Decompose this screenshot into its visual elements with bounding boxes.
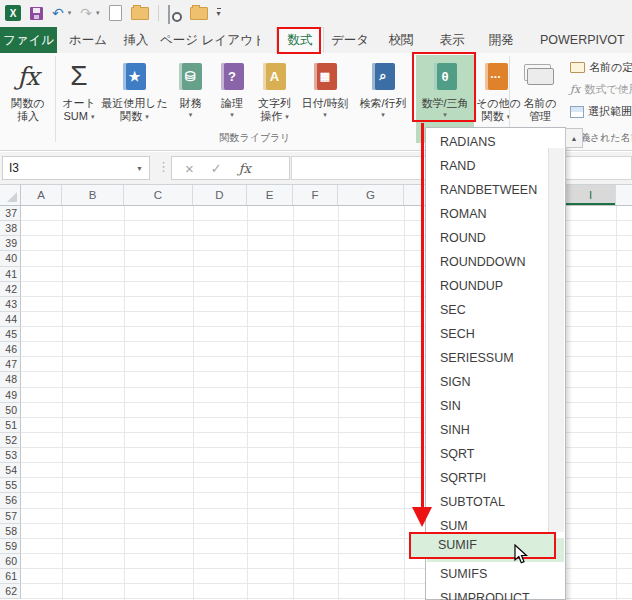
- dropdown-item-subtotal[interactable]: SUBTOTAL: [427, 490, 564, 514]
- tab-view[interactable]: 表示: [432, 27, 472, 53]
- recently-used-button[interactable]: ★最近使用した関数▾: [101, 55, 168, 143]
- row-header-57[interactable]: 57: [0, 509, 21, 524]
- row-header-51[interactable]: 51: [0, 418, 21, 433]
- text-button[interactable]: A文字列操作▾: [251, 55, 298, 143]
- row-header-59[interactable]: 59: [0, 539, 21, 554]
- row-header-46[interactable]: 46: [0, 342, 21, 357]
- dropdown-item-rounddown[interactable]: ROUNDDOWN: [427, 250, 564, 274]
- row-header-41[interactable]: 41: [0, 267, 21, 282]
- tab-data[interactable]: データ: [328, 27, 372, 53]
- column-header-c[interactable]: C: [124, 185, 193, 205]
- date-time-button[interactable]: ▦日付/時刻▾: [299, 55, 351, 143]
- tab-review[interactable]: 校閲: [380, 27, 422, 53]
- tab-home[interactable]: ホーム: [66, 27, 110, 53]
- row-header-49[interactable]: 49: [0, 388, 21, 403]
- redo-caret-icon: ▾: [96, 9, 100, 17]
- row-header-42[interactable]: 42: [0, 282, 21, 297]
- sumif-highlighted-label: SUMIF: [438, 538, 477, 552]
- dropdown-item-rand[interactable]: RAND: [427, 154, 564, 178]
- customize-toolbar-icon[interactable]: ▾: [217, 8, 221, 18]
- row-header-40[interactable]: 40: [0, 251, 21, 266]
- formula-bar-grip-icon[interactable]: ⋮: [157, 159, 170, 174]
- logical-button[interactable]: ?論理▾: [213, 55, 251, 143]
- tab-developer[interactable]: 開発: [482, 27, 520, 53]
- row-header-43[interactable]: 43: [0, 297, 21, 312]
- row-header-53[interactable]: 53: [0, 448, 21, 463]
- row-header-55[interactable]: 55: [0, 478, 21, 493]
- row-header-38[interactable]: 38: [0, 221, 21, 236]
- dropdown-item-randbetween[interactable]: RANDBETWEEN: [427, 178, 564, 202]
- dropdown-item-seriessum[interactable]: SERIESSUM: [427, 346, 564, 370]
- column-header-i[interactable]: I: [566, 185, 616, 205]
- dropdown-item-sec[interactable]: SEC: [427, 298, 564, 322]
- fx-icon: ƒx: [1, 55, 55, 97]
- row-header-58[interactable]: 58: [0, 524, 21, 539]
- row-header-60[interactable]: 60: [0, 554, 21, 569]
- select-all-button[interactable]: [0, 185, 21, 205]
- undo-icon[interactable]: ↶: [52, 6, 64, 20]
- print-preview-icon[interactable]: [168, 6, 181, 21]
- dropdown-item-sqrt[interactable]: SQRT: [427, 442, 564, 466]
- column-header-j[interactable]: J: [616, 185, 632, 205]
- row-header-37[interactable]: 37: [0, 206, 21, 221]
- row-header-47[interactable]: 47: [0, 357, 21, 372]
- row-header-52[interactable]: 52: [0, 433, 21, 448]
- row-header-48[interactable]: 48: [0, 372, 21, 387]
- column-header-b[interactable]: B: [62, 185, 124, 205]
- row-header-44[interactable]: 44: [0, 312, 21, 327]
- create-from-selection-button[interactable]: 選択範囲から作成: [570, 104, 632, 119]
- tab-insert[interactable]: 挿入: [118, 27, 154, 53]
- row-header-62[interactable]: 62: [0, 584, 21, 599]
- use-in-formula-button[interactable]: ƒx数式で使用: [570, 82, 632, 97]
- dropdown-item-sumifs[interactable]: SUMIFS: [427, 562, 564, 586]
- new-file-icon[interactable]: [109, 5, 122, 21]
- name-box[interactable]: I3 ▼: [2, 156, 150, 180]
- dropdown-item-sign[interactable]: SIGN: [427, 370, 564, 394]
- save-icon[interactable]: [30, 7, 43, 20]
- excel-logo-icon: X: [5, 5, 21, 21]
- define-name-button[interactable]: 名前の定義: [570, 60, 632, 75]
- cancel-icon[interactable]: ×: [185, 161, 194, 176]
- scroll-up-icon[interactable]: ▲: [565, 128, 583, 148]
- column-header-a[interactable]: A: [21, 185, 62, 205]
- dropdown-item-sumproduct[interactable]: SUMPRODUCT: [427, 586, 564, 600]
- small-button-label: 数式で使用: [584, 82, 632, 97]
- tab-page-layout[interactable]: ページ レイアウト: [160, 27, 260, 53]
- date-time-label: 日付/時刻: [299, 97, 351, 110]
- logical-label: 論理: [213, 97, 251, 110]
- insert-function-icon[interactable]: ƒx: [239, 161, 251, 176]
- dropdown-item-round[interactable]: ROUND: [427, 226, 564, 250]
- dropdown-item-sech[interactable]: SECH: [427, 322, 564, 346]
- insert-function-button[interactable]: ƒx関数の挿入: [1, 55, 55, 143]
- dropdown-item-sqrtpi[interactable]: SQRTPI: [427, 466, 564, 490]
- lookup-reference-button[interactable]: ⌕検索/行列▾: [353, 55, 413, 143]
- column-header-g[interactable]: G: [338, 185, 404, 205]
- dropdown-item-roman[interactable]: ROMAN: [427, 202, 564, 226]
- row-header-61[interactable]: 61: [0, 569, 21, 584]
- open-folder-icon[interactable]: [131, 7, 149, 20]
- financial-button[interactable]: ⛁財務▾: [169, 55, 212, 143]
- column-header-d[interactable]: D: [193, 185, 247, 205]
- row-header-56[interactable]: 56: [0, 493, 21, 508]
- row-header-45[interactable]: 45: [0, 327, 21, 342]
- row-header-39[interactable]: 39: [0, 236, 21, 251]
- column-header-e[interactable]: E: [247, 185, 293, 205]
- undo-caret-icon[interactable]: ▾: [68, 9, 72, 17]
- dropdown-item-sinh[interactable]: SINH: [427, 418, 564, 442]
- dropdown-item-roundup[interactable]: ROUNDUP: [427, 274, 564, 298]
- enter-icon[interactable]: ✓: [211, 162, 222, 175]
- autosum-button[interactable]: ΣオートSUM▾: [57, 55, 101, 143]
- name-box-caret-icon[interactable]: ▼: [136, 165, 143, 172]
- tab-powerpivot[interactable]: POWERPIVOT: [540, 27, 632, 53]
- dropdown-item-sin[interactable]: SIN: [427, 394, 564, 418]
- chevron-down-icon: ▾: [285, 113, 289, 120]
- row-header-50[interactable]: 50: [0, 403, 21, 418]
- folder-icon[interactable]: [190, 7, 208, 20]
- column-header-f[interactable]: F: [293, 185, 338, 205]
- text-label: 操作▾: [251, 110, 298, 123]
- tab-file[interactable]: ファイル: [0, 27, 57, 53]
- sumif-annotation-box[interactable]: SUMIF: [409, 532, 556, 559]
- dropdown-item-radians[interactable]: RADIANS: [427, 130, 564, 154]
- dropdown-scrollbar-track[interactable]: [548, 148, 564, 532]
- row-header-54[interactable]: 54: [0, 463, 21, 478]
